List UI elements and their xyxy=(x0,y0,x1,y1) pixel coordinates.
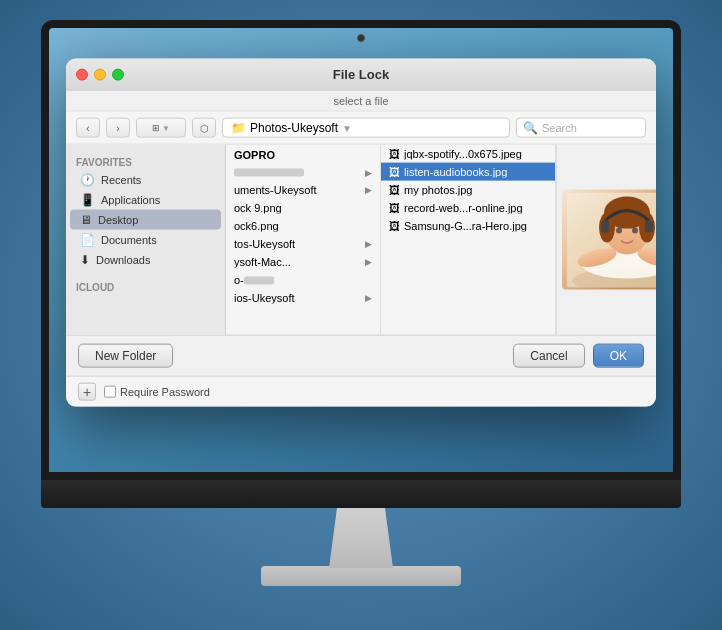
icloud-label: iCloud xyxy=(66,278,225,295)
image-icon: 🖼 xyxy=(389,166,400,178)
file-panels: GOPRO ▶ uments-Ukeysoft ▶ ock 9.png xyxy=(226,145,656,335)
bottom-bar: + Require Password xyxy=(66,376,656,407)
monitor-base xyxy=(261,566,461,586)
file-arrow: ▶ xyxy=(365,293,372,303)
file-name: uments-Ukeysoft xyxy=(234,184,317,196)
file-item[interactable]: ▶ xyxy=(226,165,380,181)
folder-icon: 📁 xyxy=(231,121,246,135)
file-name: listen-audiobooks.jpg xyxy=(404,166,507,178)
panel1-header-text: GOPRO xyxy=(234,149,275,161)
file-name: record-web...r-online.jpg xyxy=(404,202,523,214)
camera-dot xyxy=(357,34,365,42)
preview-panel xyxy=(556,145,656,335)
sidebar: Favorites 🕐 Recents 📱 Applications 🖥 Des… xyxy=(66,145,226,335)
cancel-button[interactable]: Cancel xyxy=(513,344,584,368)
file-item[interactable]: 🖼 my photos.jpg xyxy=(381,181,555,199)
image-icon: 🖼 xyxy=(389,184,400,196)
file-name: ysoft-Mac... xyxy=(234,256,291,268)
search-placeholder: Search xyxy=(542,122,577,134)
file-name: ios-Ukeysoft xyxy=(234,292,295,304)
sidebar-item-downloads[interactable]: ⬇ Downloads xyxy=(70,250,221,270)
recents-icon: 🕐 xyxy=(80,173,95,187)
downloads-label: Downloads xyxy=(96,254,150,266)
documents-label: Documents xyxy=(101,234,157,246)
file-item[interactable]: tos-Ukeysoft ▶ xyxy=(226,235,380,253)
image-icon: 🖼 xyxy=(389,148,400,160)
dialog-titlebar: File Lock xyxy=(66,59,656,91)
monitor-bezel xyxy=(41,480,681,508)
file-item[interactable]: ios-Ukeysoft ▶ xyxy=(226,289,380,307)
minimize-button[interactable] xyxy=(94,68,106,80)
path-text: Photos-Ukeysoft xyxy=(250,121,338,135)
file-item[interactable]: 🖼 Samsung-G...ra-Hero.jpg xyxy=(381,217,555,235)
action-buttons: Cancel OK xyxy=(513,344,644,368)
file-dialog: File Lock select a file ‹ › ⊞ ▼ ⬡ xyxy=(66,59,656,407)
view-button[interactable]: ⊞ ▼ xyxy=(136,118,186,138)
maximize-button[interactable] xyxy=(112,68,124,80)
svg-point-10 xyxy=(616,227,622,233)
file-item[interactable]: ock6.png xyxy=(226,217,380,235)
desktop-label: Desktop xyxy=(98,214,138,226)
file-panel-1: GOPRO ▶ uments-Ukeysoft ▶ ock 9.png xyxy=(226,145,381,335)
image-icon: 🖼 xyxy=(389,220,400,232)
favorites-label: Favorites xyxy=(66,153,225,170)
file-name: ock 9.png xyxy=(234,202,282,214)
sidebar-item-applications[interactable]: 📱 Applications xyxy=(70,190,221,210)
svg-rect-13 xyxy=(645,220,653,232)
file-arrow: ▶ xyxy=(365,239,372,249)
image-icon: 🖼 xyxy=(389,202,400,214)
dialog-toolbar: ‹ › ⊞ ▼ ⬡ 📁 Photos-Ukeysoft ▼ xyxy=(66,112,656,145)
documents-icon: 📄 xyxy=(80,233,95,247)
redacted-bar xyxy=(234,169,304,177)
require-password-text: Require Password xyxy=(120,386,210,398)
file-name: tos-Ukeysoft xyxy=(234,238,295,250)
file-panel-2: 🖼 jqbx-spotify...0x675.jpeg 🖼 listen-aud… xyxy=(381,145,556,335)
file-arrow: ▶ xyxy=(365,185,372,195)
file-name: o- xyxy=(234,274,274,286)
preview-image xyxy=(562,190,657,290)
downloads-icon: ⬇ xyxy=(80,253,90,267)
preview-svg xyxy=(567,192,657,287)
back-button[interactable]: ‹ xyxy=(76,118,100,138)
search-bar[interactable]: 🔍 Search xyxy=(516,118,646,138)
monitor: File Lock select a file ‹ › ⊞ ▼ ⬡ xyxy=(21,20,701,610)
require-password-label[interactable]: Require Password xyxy=(104,386,210,398)
path-bar[interactable]: 📁 Photos-Ukeysoft ▼ xyxy=(222,118,510,138)
panel1-header: GOPRO xyxy=(226,145,380,165)
file-item[interactable]: 🖼 jqbx-spotify...0x675.jpeg xyxy=(381,145,555,163)
dialog-footer: New Folder Cancel OK xyxy=(66,335,656,376)
dialog-title: File Lock xyxy=(333,67,389,82)
sidebar-item-recents[interactable]: 🕐 Recents xyxy=(70,170,221,190)
traffic-lights xyxy=(76,68,124,80)
sidebar-item-documents[interactable]: 📄 Documents xyxy=(70,230,221,250)
file-name: jqbx-spotify...0x675.jpeg xyxy=(404,148,522,160)
file-item[interactable]: ysoft-Mac... ▶ xyxy=(226,253,380,271)
forward-button[interactable]: › xyxy=(106,118,130,138)
file-arrow: ▶ xyxy=(365,168,372,178)
applications-label: Applications xyxy=(101,194,160,206)
monitor-screen: File Lock select a file ‹ › ⊞ ▼ ⬡ xyxy=(41,20,681,480)
sidebar-item-desktop[interactable]: 🖥 Desktop xyxy=(70,210,221,230)
close-button[interactable] xyxy=(76,68,88,80)
applications-icon: 📱 xyxy=(80,193,95,207)
file-name: Samsung-G...ra-Hero.jpg xyxy=(404,220,527,232)
svg-point-11 xyxy=(632,227,638,233)
search-icon: 🔍 xyxy=(523,121,538,135)
ok-button[interactable]: OK xyxy=(593,344,644,368)
desktop-icon: 🖥 xyxy=(80,213,92,227)
add-button[interactable]: + xyxy=(78,383,96,401)
file-name: ock6.png xyxy=(234,220,279,232)
require-password-checkbox[interactable] xyxy=(104,386,116,398)
monitor-neck xyxy=(321,508,401,568)
file-item[interactable]: uments-Ukeysoft ▶ xyxy=(226,181,380,199)
path-arrow: ▼ xyxy=(342,122,352,133)
file-item[interactable]: o- xyxy=(226,271,380,289)
file-arrow: ▶ xyxy=(365,257,372,267)
new-folder-button[interactable]: New Folder xyxy=(78,344,173,368)
file-item[interactable]: ock 9.png xyxy=(226,199,380,217)
file-item[interactable]: 🖼 record-web...r-online.jpg xyxy=(381,199,555,217)
recents-label: Recents xyxy=(101,174,141,186)
file-item-selected[interactable]: 🖼 listen-audiobooks.jpg xyxy=(381,163,555,181)
action-button[interactable]: ⬡ xyxy=(192,118,216,138)
file-name: my photos.jpg xyxy=(404,184,472,196)
